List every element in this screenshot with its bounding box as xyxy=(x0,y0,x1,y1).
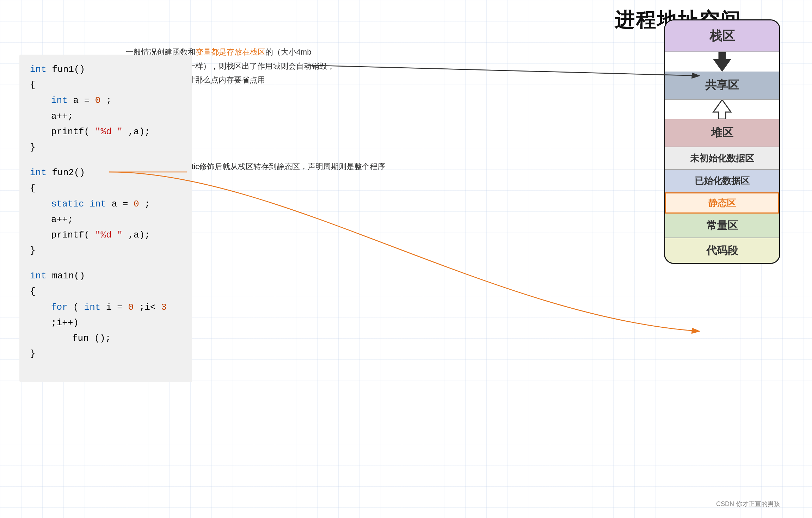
fun1-var-a: a = xyxy=(73,95,95,106)
fun1-keyword-int: int xyxy=(30,64,47,75)
memory-container: 栈区 共享区 堆区 未初始化数据区 已始化数据区 静态区 常量区 代码段 xyxy=(664,19,780,264)
fun2-printf-args: ,a); xyxy=(128,230,150,240)
fun1-increment: a++; xyxy=(30,109,182,124)
main-for-three: 3 xyxy=(161,302,167,313)
main-for-paren: ( xyxy=(73,302,79,313)
code-fun1: int fun1() { int a = 0 ; a++; printf( "%… xyxy=(30,62,182,155)
mem-static-section: 静态区 xyxy=(665,192,779,214)
mem-init-section: 已始化数据区 xyxy=(665,170,779,192)
fun2-printf-fmt: "%d " xyxy=(95,230,123,240)
code-main: int main() { for ( int i = 0 ;i< 3 ;i++)… xyxy=(30,268,182,362)
main-fun-parens: (); xyxy=(94,333,111,344)
fun2-semicolon: ; xyxy=(144,199,150,209)
mem-shared-section: 共享区 xyxy=(665,72,779,100)
memory-diagram: 栈区 共享区 堆区 未初始化数据区 已始化数据区 静态区 常量区 代码段 xyxy=(664,19,780,264)
main-keyword-int: int xyxy=(30,271,47,281)
fun1-semicolon: ; xyxy=(106,95,112,106)
fun2-val-0: 0 xyxy=(134,199,139,209)
arrow-up-heap xyxy=(665,100,779,119)
fun2-increment: a++; xyxy=(30,212,182,227)
fun1-printf: printf( "%d " ,a); xyxy=(30,124,182,140)
main-for-keyword: for xyxy=(51,302,68,313)
mem-const-section: 常量区 xyxy=(665,214,779,238)
fun1-var-decl: int a = 0 ; xyxy=(30,93,182,108)
fun2-var-decl: static int a = 0 ; xyxy=(30,196,182,212)
annotation-text-2: 加了static修饰后就从栈区转存到静态区，声明周期则是整个程序 xyxy=(166,162,385,171)
mem-code-section: 代码段 xyxy=(665,238,779,263)
mem-stack-section: 栈区 xyxy=(665,20,779,52)
fun1-name: fun1() xyxy=(52,64,85,75)
fun1-close-brace: } xyxy=(30,140,182,155)
fun2-keyword-int: int xyxy=(30,167,47,178)
svg-marker-1 xyxy=(713,100,731,119)
fun1-int-keyword: int xyxy=(51,95,68,106)
fun2-printf: printf( "%d " ,a); xyxy=(30,227,182,243)
fun1-printf-fmt: "%d " xyxy=(95,127,123,137)
main-name: main() xyxy=(52,271,85,281)
main-close-brace: } xyxy=(30,346,182,362)
fun2-printf-fn: printf( xyxy=(51,230,90,240)
main-open-brace: { xyxy=(30,284,182,299)
fun1-a-plus: a++; xyxy=(51,111,73,122)
main-for-cond: ;i< xyxy=(139,302,156,313)
code-panel: int fun1() { int a = 0 ; a++; printf( "%… xyxy=(19,55,192,382)
code-fun2: int fun2() { static int a = 0 ; a++; pri… xyxy=(30,165,182,258)
fun2-name: fun2() xyxy=(52,167,85,178)
fun1-signature: int fun1() xyxy=(30,62,182,77)
mem-uninit-section: 未初始化数据区 xyxy=(665,147,779,170)
fun2-int-keyword: int xyxy=(90,199,106,209)
fun1-val-0: 0 xyxy=(95,95,101,106)
main-signature: int main() xyxy=(30,268,182,284)
main-for-zero: 0 xyxy=(128,302,134,313)
fun2-signature: int fun2() xyxy=(30,165,182,180)
main-for: for ( int i = 0 ;i< 3 ;i++) xyxy=(30,300,182,331)
fun2-var-a: a = xyxy=(112,199,134,209)
main-for-inc: ;i++) xyxy=(51,317,79,328)
fun2-close-brace: } xyxy=(30,243,182,258)
main-for-init: i = xyxy=(106,302,123,313)
annotation-static: 加了static修饰后就从栈区转存到静态区，声明周期则是整个程序 xyxy=(166,160,385,174)
fun2-static-keyword: static xyxy=(51,199,84,209)
main-for-int: int xyxy=(84,302,101,313)
main-fun-name: fun xyxy=(72,333,89,344)
main-fun-call: fun (); xyxy=(30,331,182,346)
fun2-open-brace: { xyxy=(30,180,182,196)
fun1-printf-fn: printf( xyxy=(51,127,90,137)
code-block: int fun1() { int a = 0 ; a++; printf( "%… xyxy=(30,62,182,362)
watermark: CSDN 你才正直的男孩 xyxy=(716,500,780,508)
fun2-a-plus: a++; xyxy=(51,214,73,225)
fun1-open-brace: { xyxy=(30,77,182,93)
svg-marker-0 xyxy=(713,52,731,72)
fun1-printf-args: ,a); xyxy=(128,127,150,137)
mem-heap-section: 堆区 xyxy=(665,119,779,147)
arrow-down-stack xyxy=(665,52,779,72)
annotation-highlight: 变量都是存放在栈区 xyxy=(196,48,265,56)
